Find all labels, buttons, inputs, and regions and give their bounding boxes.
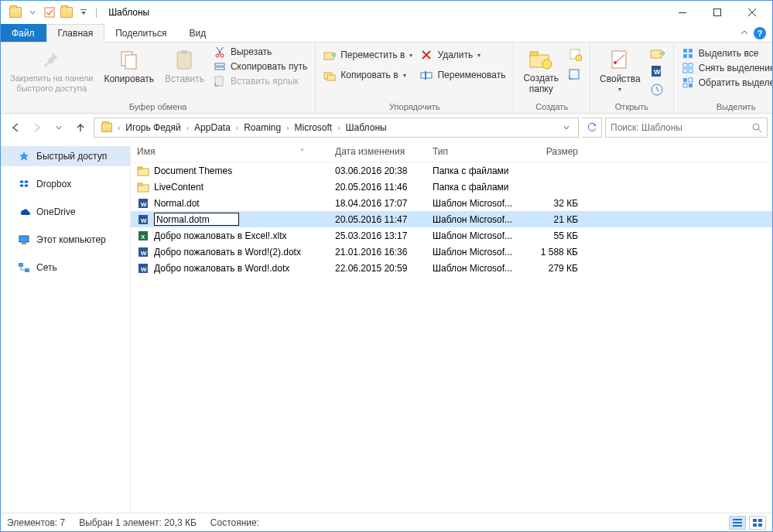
copy-button[interactable]: Копировать: [99, 44, 159, 87]
file-date: 20.05.2016 11:47: [335, 214, 433, 225]
chevron-right-icon[interactable]: ›: [185, 124, 190, 132]
close-button[interactable]: [734, 2, 769, 24]
breadcrumb[interactable]: › Игорь Федяй › AppData › Roaming › Micr…: [94, 118, 579, 138]
file-row[interactable]: W20.05.2016 11:47Шаблон Microsof...21 КБ: [131, 211, 772, 227]
rename-button[interactable]: Переименовать: [420, 69, 505, 81]
tab-share[interactable]: Поделиться: [104, 24, 178, 42]
rename-input[interactable]: [154, 213, 239, 226]
svg-rect-67: [758, 523, 762, 527]
moveto-button[interactable]: Переместить в ▾: [323, 49, 412, 61]
file-row[interactable]: WNormal.dot18.04.2016 17:07Шаблон Micros…: [131, 195, 772, 211]
qat-dropdown-icon[interactable]: [77, 5, 91, 19]
history-dropdown[interactable]: [49, 118, 69, 138]
properties-label: Свойства: [600, 73, 641, 84]
svg-rect-26: [651, 50, 662, 58]
tab-view[interactable]: Вид: [178, 24, 217, 42]
open-icon[interactable]: [650, 47, 665, 60]
pasteshortcut-button[interactable]: Вставить ярлык: [214, 75, 307, 87]
file-row[interactable]: WДобро пожаловать в Word!(2).dotx21.01.2…: [131, 244, 772, 260]
search-input[interactable]: [611, 122, 747, 133]
back-button[interactable]: [5, 118, 26, 138]
copypath-button[interactable]: Скопировать путь: [214, 60, 307, 73]
sidebar-item-network[interactable]: Сеть: [1, 257, 130, 278]
easyaccess-icon[interactable]: [568, 68, 582, 82]
file-row[interactable]: LiveContent20.05.2016 11:46Папка с файла…: [131, 179, 772, 195]
selectnone-label: Снять выделение: [699, 63, 773, 73]
search-box[interactable]: [605, 118, 768, 138]
svg-text:X: X: [141, 234, 145, 240]
column-headers[interactable]: Имя˄ Дата изменения Тип Размер: [131, 142, 772, 162]
forward-button[interactable]: [27, 118, 47, 138]
column-size[interactable]: Размер: [522, 146, 584, 157]
status-bar: Элементов: 7 Выбран 1 элемент: 20,3 КБ С…: [1, 513, 772, 531]
breadcrumb-item[interactable]: Microsoft: [291, 122, 337, 133]
file-row[interactable]: WДобро пожаловать в Word!.dotx22.06.2015…: [131, 260, 772, 276]
ribbon: Закрепить на панели быстрого доступа Коп…: [1, 43, 772, 114]
file-row[interactable]: XДобро пожаловать в Excel!.xltx25.03.201…: [131, 227, 772, 244]
ribbon-expand-icon[interactable]: [740, 29, 749, 38]
column-type[interactable]: Тип: [433, 146, 522, 157]
pasteshortcut-icon: [214, 75, 226, 87]
refresh-button[interactable]: [582, 118, 602, 138]
up-button[interactable]: [70, 118, 91, 138]
files-pane: Имя˄ Дата изменения Тип Размер Document …: [131, 142, 772, 513]
sidebar-item-onedrive[interactable]: OneDrive: [1, 202, 130, 222]
view-icons-button[interactable]: [749, 516, 766, 530]
star-icon: [18, 150, 30, 162]
checkbox-selected-icon[interactable]: [43, 5, 56, 19]
column-date[interactable]: Дата изменения: [335, 146, 433, 157]
file-type: Шаблон Microsof...: [433, 214, 522, 225]
view-details-button[interactable]: [729, 516, 746, 530]
copy-label: Копировать: [104, 73, 154, 84]
select-group-label: Выделить: [679, 101, 773, 113]
history-icon[interactable]: [650, 83, 665, 97]
chevron-down-icon: ▾: [409, 52, 412, 59]
svg-rect-41: [689, 84, 693, 87]
chevron-right-icon[interactable]: ›: [234, 124, 240, 132]
invert-button[interactable]: Обратить выделение: [682, 77, 773, 89]
newfolder-button[interactable]: Создать папку: [518, 44, 563, 98]
cut-button[interactable]: Вырезать: [214, 46, 307, 58]
breadcrumb-item[interactable]: Шаблоны: [342, 122, 391, 133]
delete-button[interactable]: Удалить ▾: [420, 49, 505, 61]
breadcrumb-dropdown-icon[interactable]: [558, 124, 575, 131]
folder-icon[interactable]: [60, 5, 74, 19]
pin-button[interactable]: Закрепить на панели быстрого доступа: [5, 44, 97, 96]
svg-rect-37: [689, 69, 693, 73]
help-icon[interactable]: ?: [754, 27, 766, 39]
sidebar-label: Быстрый доступ: [36, 151, 107, 162]
svg-rect-32: [683, 54, 687, 58]
svg-point-42: [753, 124, 759, 130]
chevron-right-icon[interactable]: ›: [116, 124, 121, 132]
delete-label: Удалить: [437, 49, 473, 60]
column-name[interactable]: Имя˄: [137, 146, 335, 157]
newfolder-icon: [528, 47, 553, 72]
chevron-right-icon[interactable]: ›: [285, 124, 290, 132]
breadcrumb-item[interactable]: Игорь Федяй: [121, 122, 184, 133]
chevron-right-icon[interactable]: ›: [336, 124, 341, 132]
file-date: 03.06.2016 20:38: [335, 165, 433, 176]
newitem-icon[interactable]: [568, 47, 582, 61]
properties-button[interactable]: Свойства ▾: [595, 44, 645, 96]
breadcrumb-item[interactable]: Roaming: [240, 122, 285, 133]
breadcrumb-item[interactable]: AppData: [190, 122, 234, 133]
tab-home[interactable]: Главная: [46, 24, 105, 43]
tab-file[interactable]: Файл: [1, 24, 46, 42]
maximize-button[interactable]: [699, 2, 734, 24]
sidebar-item-dropbox[interactable]: Dropbox: [1, 174, 130, 194]
file-row[interactable]: Document Themes03.06.2016 20:38Папка с ф…: [131, 162, 772, 179]
minimize-button[interactable]: [665, 2, 699, 24]
selectall-button[interactable]: Выделить все: [682, 47, 773, 60]
paste-button[interactable]: Вставить: [160, 44, 209, 87]
selectnone-button[interactable]: Снять выделение: [682, 62, 773, 74]
edit-icon[interactable]: W: [650, 64, 665, 78]
selectnone-icon: [682, 62, 694, 74]
app-dropdown-icon[interactable]: [26, 5, 39, 19]
sidebar-item-thispc[interactable]: Этот компьютер: [1, 230, 130, 250]
svg-point-22: [576, 55, 582, 61]
file-list[interactable]: Document Themes03.06.2016 20:38Папка с ф…: [131, 162, 772, 513]
sidebar-item-quickaccess[interactable]: Быстрый доступ: [1, 146, 130, 166]
address-bar-row: › Игорь Федяй › AppData › Roaming › Micr…: [1, 114, 772, 142]
copyto-button[interactable]: Копировать в ▾: [323, 69, 412, 81]
breadcrumb-root-icon[interactable]: [97, 123, 116, 132]
